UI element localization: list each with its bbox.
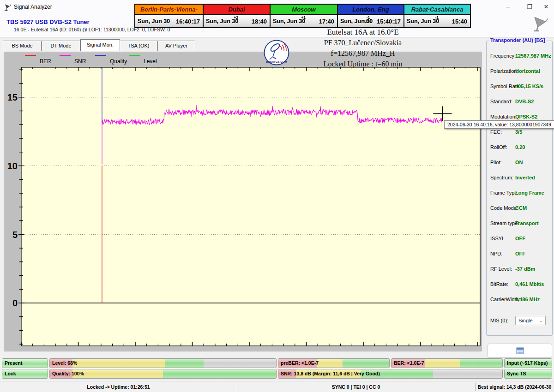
satellite-dish-icon — [529, 16, 549, 32]
transponder-stream-type-label: Stream type: — [490, 220, 519, 226]
clock-date: Sun, Jun 30 — [407, 18, 439, 24]
meter-input-label: Input (~517 Kbps) — [507, 359, 548, 368]
clock-time-display: Sun, Jun 30+117:40 — [271, 15, 337, 27]
transponder-issyi-value: OFF — [515, 236, 525, 241]
mis-dropdown-value: Single — [518, 318, 533, 323]
transponder-frequency-label: Frequency: — [490, 53, 516, 59]
transponder-standard-label: Standard: — [490, 99, 512, 104]
transponder-pilot-label: Pilot: — [490, 160, 501, 165]
world-clocks: Berlin-Paris-Vienna-RomaSun, Jun 3016:40… — [134, 4, 471, 28]
window-title: Signal Analyzer — [14, 4, 52, 10]
footer-separator — [237, 383, 237, 391]
tab-dt-mode[interactable]: DT Mode — [42, 41, 80, 51]
legend-item-quality: Quality — [110, 58, 127, 65]
transponder-list-button[interactable] — [488, 344, 552, 358]
clock-london-eng: London, EngSun, Jun 30-1DST15:40:17 — [338, 5, 404, 27]
clock-time: 15:40:17 — [377, 18, 401, 25]
transponder-symbol-rate-value: 405,15 KS/s — [515, 83, 543, 89]
meter-segment-yellow — [72, 359, 165, 368]
transponder-frame-type-value: Long Frame — [515, 190, 544, 196]
transponder-code-mode-value: CCM — [515, 205, 527, 211]
clock-city-label: Berlin-Paris-Vienna-Roma — [135, 5, 203, 15]
meter-ber-label: BER: <1.0E-7 — [394, 359, 424, 368]
transponder-panel-title: Transponder (AU) [BS] — [489, 37, 547, 43]
clock-dubai: DubaiSun, Jun 30+218:40 — [204, 5, 271, 27]
y-axis-label-0: 0 — [4, 298, 18, 309]
frequency-line: f=12567,987 MHz_H — [271, 49, 455, 58]
dxsatcs-logo-text: DXSATCS.COM — [266, 60, 287, 63]
tuner-title: TBS 5927 USB DVB-S2 Tuner — [6, 18, 90, 25]
legend-line-level — [129, 55, 140, 56]
clock-time: 18:40 — [252, 18, 267, 25]
clock-utc-offset: -1 — [435, 16, 439, 19]
cursor-tooltip: 2024-06-30 16.40.16, value: 13,800000190… — [444, 120, 554, 129]
transponder-panel: MIS (0): Single ⌄ Frequency:12567,987 MH… — [486, 41, 553, 336]
legend-line-ber — [25, 55, 36, 56]
tab-signal-mon[interactable]: Signal Mon. — [80, 39, 120, 51]
uptime-line: Locked Uptime : t=60 min — [271, 60, 455, 68]
meter-segment-gray — [204, 359, 276, 368]
transponder-modulation-label: Modulation: — [490, 114, 517, 119]
top-divider — [0, 37, 554, 37]
clock-time-display: Sun, Jun 30-115:40 — [404, 15, 470, 27]
meter-segment-green — [163, 369, 276, 378]
meter-level-label: Level: 68% — [52, 359, 77, 368]
mis-dropdown[interactable]: Single ⌄ — [515, 316, 546, 325]
meter-segment-yellow — [317, 359, 343, 368]
dxsatcs-logo: DXSATCS.COM — [264, 40, 289, 65]
clock-rabat-casablanca: Rabat-CasablancaSun, Jun 30-115:40 — [404, 5, 470, 27]
signal-analyzer-window: Signal Analyzer – ❐ ✕ TBS 5927 USB DVB-S… — [0, 0, 554, 392]
transponder-polarization-value: Horizontal — [515, 68, 540, 74]
transponder-fec-value: 3/5 — [515, 129, 522, 135]
transponder-stream-type-value: Transport — [515, 220, 539, 226]
transponder-standard-value: DVB-S2 — [515, 99, 534, 104]
meter-sync-label: Sync TS — [507, 369, 526, 378]
clock-time-display: Sun, Jun 30-1DST15:40:17 — [338, 15, 403, 27]
transponder-carrierwidth-value: 0,486 MHz — [515, 297, 540, 302]
transponder-modulation-value: QPSK-S2 — [515, 114, 537, 119]
clock-date: Sun, Jun 30 — [138, 18, 170, 24]
clock-city-label: London, Eng — [338, 5, 403, 15]
meter-snr: SNR: 13,8 dB (Margin: 11,6 dB | Very Goo… — [278, 369, 503, 379]
meter-sync: Sync TS — [504, 369, 552, 379]
transponder-npd-value: OFF — [515, 251, 525, 256]
list-icon — [516, 347, 524, 354]
tab-av-player[interactable]: AV Player — [157, 41, 195, 51]
clock-city-label: Dubai — [204, 5, 270, 15]
footer-separator — [475, 383, 476, 391]
legend-line-quality — [95, 55, 106, 56]
legend-item-snr: SNR — [74, 58, 86, 65]
meter-present: Present — [2, 358, 48, 368]
signal-plot[interactable] — [18, 65, 482, 350]
meter-preber-label: preBER: <1.0E-7 — [281, 359, 319, 368]
minimize-button[interactable]: – — [501, 2, 515, 12]
chevron-down-icon: ⌄ — [539, 317, 543, 325]
maximize-button[interactable]: ❐ — [523, 2, 536, 12]
transponder-bitrate-value: 0,461 Mbit/s — [515, 281, 544, 287]
transponder-frequency-value: 12567,987 MHz — [515, 53, 551, 59]
satellite-name: Eutelsat 16A at 16.0°E — [271, 28, 455, 37]
tab-tsa-ok[interactable]: TSA (OK) — [120, 41, 157, 51]
clock-utc-offset: -1DST — [364, 16, 372, 23]
transponder-spectrum-label: Spectrum: — [490, 175, 513, 180]
clock-utc-offset: +2 — [234, 16, 238, 19]
clock-city-label: Moscow — [271, 5, 337, 15]
transponder-rf-level-label: RF Level: — [490, 266, 512, 272]
meter-lock-label: Lock — [5, 369, 16, 378]
meter-segment-green — [460, 359, 502, 368]
meter-ber: BER: <1.0E-7 — [391, 358, 503, 368]
status-best-signal: Best signal: 14,3 dB (2024-06-30 15:38) — [475, 381, 554, 392]
tab-bs-mode[interactable]: BS Mode — [3, 41, 42, 51]
transponder-rolloff-label: RollOff: — [490, 144, 507, 150]
mis-label: MIS (0): — [490, 318, 508, 323]
status-uptime: Locked -> Uptime: 01:26:51 — [0, 381, 237, 392]
y-axis-label-10: 10 — [4, 161, 18, 172]
clock-berlin-paris-vienna-roma: Berlin-Paris-Vienna-RomaSun, Jun 3016:40… — [135, 5, 204, 27]
close-button[interactable]: ✕ — [539, 2, 553, 12]
meter-segment-green — [343, 359, 389, 368]
clock-moscow: MoscowSun, Jun 30+117:40 — [271, 5, 338, 27]
meter-present-label: Present — [5, 359, 23, 368]
clock-time: 15:40 — [452, 18, 467, 25]
transponder-issyi-label: ISSYI — [490, 236, 503, 241]
station-location: PF 370_Lučenec/Slovakia — [271, 39, 455, 47]
